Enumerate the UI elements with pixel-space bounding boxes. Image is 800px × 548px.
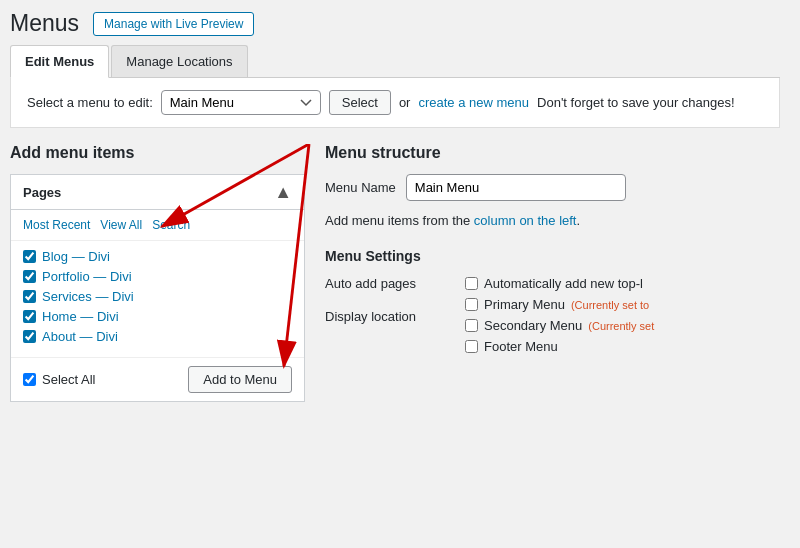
dont-forget-text: Don't forget to save your changes!: [537, 95, 735, 110]
select-menu-button[interactable]: Select: [329, 90, 391, 115]
settings-label-1: Display location: [325, 309, 445, 324]
list-item: Blog — Divi: [23, 249, 292, 264]
settings-checkbox-0[interactable]: [465, 277, 478, 290]
settings-option-label-1: Primary Menu: [484, 297, 565, 312]
pages-box-toggle[interactable]: ▲: [274, 183, 292, 201]
pages-list: Blog — Divi Portfolio — Divi Services — …: [11, 241, 304, 357]
page-item-label-1[interactable]: Portfolio — Divi: [42, 269, 132, 284]
page-item-label-4[interactable]: About — Divi: [42, 329, 118, 344]
menu-settings-title: Menu Settings: [325, 248, 780, 264]
tab-manage-locations[interactable]: Manage Locations: [111, 45, 247, 77]
settings-note-2: (Currently set: [588, 320, 654, 332]
settings-options: Automatically add new top-l Primary Menu…: [465, 276, 780, 360]
settings-option-0: Automatically add new top-l: [465, 276, 780, 291]
pages-box: Pages ▲ Most Recent View All Search Blog…: [10, 174, 305, 402]
page-header: Menus Manage with Live Preview: [10, 10, 780, 37]
add-items-hint: Add menu items from the column on the le…: [325, 213, 780, 228]
settings-option-label-2: Secondary Menu: [484, 318, 582, 333]
menu-name-input[interactable]: [406, 174, 626, 201]
settings-label-0: Auto add pages: [325, 276, 445, 291]
select-menu-label: Select a menu to edit:: [27, 95, 153, 110]
menu-name-row: Menu Name: [325, 174, 780, 201]
or-text: or: [399, 95, 411, 110]
pages-tab-search[interactable]: Search: [152, 218, 190, 232]
select-menu-bar: Select a menu to edit: Main Menu Select …: [10, 78, 780, 128]
settings-option-2: Secondary Menu (Currently set: [465, 318, 780, 333]
pages-footer: Select All Add to Menu: [11, 357, 304, 401]
list-item: Home — Divi: [23, 309, 292, 324]
settings-option-label-3: Footer Menu: [484, 339, 558, 354]
right-panel: Menu structure Menu Name Add menu items …: [325, 144, 780, 402]
list-item: About — Divi: [23, 329, 292, 344]
pages-tab-view-all[interactable]: View All: [100, 218, 142, 232]
settings-option-3: Footer Menu: [465, 339, 780, 354]
add-menu-items-title: Add menu items: [10, 144, 305, 162]
tabs-row: Edit Menus Manage Locations: [10, 45, 780, 78]
menu-settings-grid: Auto add pages Display location Automati…: [325, 276, 780, 360]
select-all-label: Select All: [42, 372, 95, 387]
pages-box-title: Pages: [23, 185, 61, 200]
list-item: Portfolio — Divi: [23, 269, 292, 284]
select-all-checkbox[interactable]: [23, 373, 36, 386]
page-item-label-2[interactable]: Services — Divi: [42, 289, 134, 304]
pages-tab-most-recent[interactable]: Most Recent: [23, 218, 90, 232]
create-new-menu-link[interactable]: create a new menu: [418, 95, 529, 110]
add-to-menu-button[interactable]: Add to Menu: [188, 366, 292, 393]
page-item-checkbox-4[interactable]: [23, 330, 36, 343]
page-item-checkbox-0[interactable]: [23, 250, 36, 263]
page-item-checkbox-3[interactable]: [23, 310, 36, 323]
pages-inner-tabs: Most Recent View All Search: [11, 210, 304, 241]
page-title: Menus: [10, 10, 79, 37]
pages-box-header: Pages ▲: [11, 175, 304, 210]
settings-checkbox-2[interactable]: [465, 319, 478, 332]
settings-checkbox-1[interactable]: [465, 298, 478, 311]
page-item-checkbox-2[interactable]: [23, 290, 36, 303]
settings-labels: Auto add pages Display location: [325, 276, 445, 360]
tab-edit-menus[interactable]: Edit Menus: [10, 45, 109, 78]
list-item: Services — Divi: [23, 289, 292, 304]
hint-text-1: Add menu items from the: [325, 213, 470, 228]
settings-note-1: (Currently set to: [571, 299, 649, 311]
hint-column-text: column on the left: [474, 213, 577, 228]
menu-select-dropdown[interactable]: Main Menu: [161, 90, 321, 115]
settings-checkbox-3[interactable]: [465, 340, 478, 353]
page-item-label-3[interactable]: Home — Divi: [42, 309, 119, 324]
left-panel: Add menu items Pages ▲ Most Recent View …: [10, 144, 305, 402]
select-all-wrap: Select All: [23, 372, 95, 387]
menu-structure-title: Menu structure: [325, 144, 780, 162]
settings-option-1: Primary Menu (Currently set to: [465, 297, 780, 312]
main-content: Add menu items Pages ▲ Most Recent View …: [10, 144, 780, 402]
page-item-label-0[interactable]: Blog — Divi: [42, 249, 110, 264]
settings-option-label-0: Automatically add new top-l: [484, 276, 643, 291]
live-preview-button[interactable]: Manage with Live Preview: [93, 12, 254, 36]
page-item-checkbox-1[interactable]: [23, 270, 36, 283]
menu-name-label: Menu Name: [325, 180, 396, 195]
